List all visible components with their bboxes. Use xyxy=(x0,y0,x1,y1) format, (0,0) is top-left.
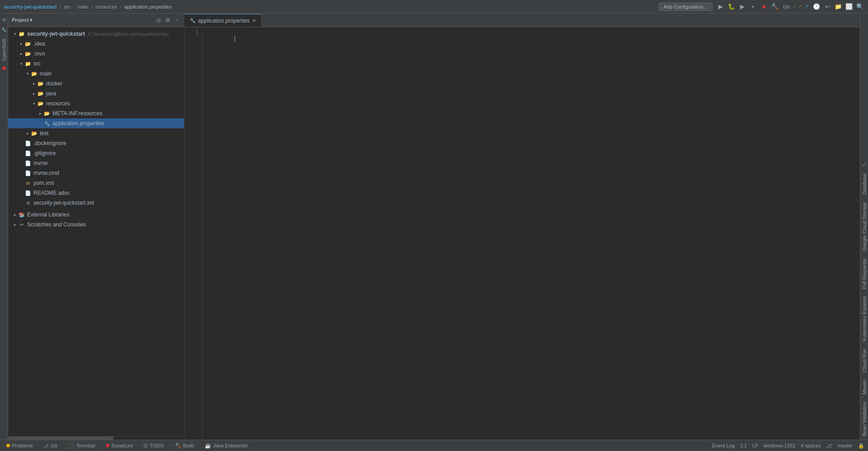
line-ending-label[interactable]: LF xyxy=(752,443,758,448)
position-label: 1:1 xyxy=(740,443,747,448)
code-editor[interactable] xyxy=(203,27,860,440)
tree-item-external-libraries[interactable]: 📚 External Libraries xyxy=(8,210,184,220)
tree-item-java[interactable]: 📂 java xyxy=(8,89,184,99)
build-icon[interactable]: 🔨 xyxy=(770,2,779,11)
tree-item-iml[interactable]: ⚙ security-jwt-quickstart.iml xyxy=(8,198,184,208)
dockerignore-label: .dockerignore xyxy=(33,140,66,146)
panel-scrollbar[interactable] xyxy=(8,436,184,440)
tab-git[interactable]: ⎇ Git xyxy=(41,440,60,451)
tree-item-main[interactable]: 📂 main xyxy=(8,69,184,79)
openshift-status-dot xyxy=(2,66,6,70)
breadcrumb-main[interactable]: main xyxy=(77,4,88,9)
charset-label[interactable]: windows-1252 xyxy=(764,443,795,448)
src-folder-icon: 📁 xyxy=(24,60,32,67)
problems-label: Problems xyxy=(12,443,33,448)
coverage-icon[interactable]: ▶ xyxy=(738,2,747,11)
tree-item-mvnw-cmd[interactable]: 📄 mvnw.cmd xyxy=(8,168,184,178)
stop-icon[interactable]: ■ xyxy=(760,2,769,11)
editor-content: 1 xyxy=(184,27,860,440)
resources-label: resources xyxy=(46,100,70,107)
app-props-label: application.properties xyxy=(52,120,104,127)
iml-label: security-jwt-quickstart.iml xyxy=(33,200,94,206)
files-icon[interactable]: 📁 xyxy=(834,2,843,11)
tree-item-pom[interactable]: m pom.xml xyxy=(8,178,184,188)
left-icon-1[interactable]: ⚙ xyxy=(0,15,9,24)
resources-arrow xyxy=(31,100,37,107)
tree-item-resources[interactable]: 📂 resources xyxy=(8,99,184,108)
tree-item-mvnw[interactable]: 📄 mvnw xyxy=(8,158,184,168)
mvn-arrow xyxy=(18,51,24,57)
tab-build[interactable]: 🔨 Build xyxy=(172,440,197,451)
tab-todo[interactable]: ☑ TODO xyxy=(141,440,167,451)
tab-java-enterprise[interactable]: ☕ Java Enterprise xyxy=(202,440,250,451)
panel-close-icon[interactable]: − xyxy=(173,17,180,24)
docker-label: docker xyxy=(46,80,62,87)
undo-icon[interactable]: ↩ xyxy=(823,2,832,11)
breadcrumb-file[interactable]: application.properties xyxy=(124,4,172,9)
event-log-label[interactable]: Event Log xyxy=(712,443,735,448)
branch-label[interactable]: master xyxy=(837,443,853,448)
tab-terminal[interactable]: ⬛ Terminal xyxy=(66,440,98,451)
java-enterprise-label: Java Enterprise xyxy=(213,443,247,448)
tree-item-mvn[interactable]: 📂 .mvn xyxy=(8,49,184,59)
tree-item-idea[interactable]: 📂 .idea xyxy=(8,39,184,49)
panel-scrollbar-thumb[interactable] xyxy=(8,437,113,440)
tab-problems[interactable]: Problems xyxy=(4,440,35,451)
tree-item-scratches[interactable]: ✏ Scratches and Consoles xyxy=(8,220,184,230)
tree-item-test[interactable]: 📂 test xyxy=(8,128,184,138)
tab-close-button[interactable]: ✕ xyxy=(252,18,256,23)
todo-label: TODO xyxy=(150,443,164,448)
history-icon[interactable]: 🕐 xyxy=(812,2,821,11)
search-everywhere-icon[interactable]: 🔍 xyxy=(855,2,864,11)
java-folder-icon: 📂 xyxy=(37,90,44,97)
tree-item-docker[interactable]: 📂 docker xyxy=(8,79,184,89)
iml-arrow xyxy=(18,200,24,206)
sidebar-google-cloud-label[interactable]: Google Cloud Storage xyxy=(861,198,868,255)
tab-sonarlint[interactable]: SonarLint xyxy=(103,440,135,451)
sidebar-maven-label[interactable]: Maven xyxy=(861,376,868,398)
run-icon[interactable]: ▶ xyxy=(716,2,725,11)
git-label: Git: xyxy=(783,4,791,9)
lock-icon: 🔒 xyxy=(858,443,864,449)
gitignore-icon: 📄 xyxy=(24,150,32,157)
sidebar-database-label[interactable]: Database xyxy=(861,170,868,198)
layout-icon[interactable]: ⬜ xyxy=(844,2,854,11)
meta-inf-arrow xyxy=(37,110,43,117)
run-dropdown-icon[interactable]: ▾ xyxy=(749,2,758,11)
project-tree[interactable]: 📁 security-jwt-quickstart C:\work\src\gi… xyxy=(8,27,184,436)
main-folder-icon: 📂 xyxy=(31,70,38,77)
project-dropdown-icon[interactable]: ▾ xyxy=(30,17,33,23)
breadcrumb-resources[interactable]: resources xyxy=(95,4,117,9)
build-label: Build xyxy=(183,443,194,448)
build-icon: 🔨 xyxy=(175,443,181,449)
debug-icon[interactable]: 🐛 xyxy=(727,2,736,11)
indent-label[interactable]: 4 spaces xyxy=(801,443,821,448)
sidebar-openshift-label[interactable]: OpenShift xyxy=(0,35,8,65)
tree-item-dockerignore[interactable]: 📄 .dockerignore xyxy=(8,138,184,148)
test-label: test xyxy=(40,130,48,136)
sidebar-kubernetes-label[interactable]: Kubernetes Explorer xyxy=(861,292,868,345)
breadcrumb-src[interactable]: src xyxy=(64,4,71,9)
misc-toolbar: 🕐 ↩ 📁 ⬜ 🔍 xyxy=(812,2,864,11)
tree-item-gitignore[interactable]: 📄 .gitignore xyxy=(8,148,184,158)
tree-item-app-properties[interactable]: 🔧 application.properties xyxy=(8,118,184,128)
panel-sync-icon[interactable]: ⊙ xyxy=(155,17,162,24)
tree-item-readme[interactable]: 📄 README.adoc xyxy=(8,188,184,198)
breadcrumb-project[interactable]: security-jwt-quickstart xyxy=(4,4,57,9)
sidebar-pull-requests-label[interactable]: Pull Requests xyxy=(861,255,868,293)
app-props-icon: 🔧 xyxy=(43,120,51,127)
tree-item-src[interactable]: 📁 src xyxy=(8,59,184,69)
sidebar-cloud-run-label[interactable]: Cloud Run xyxy=(861,345,868,376)
bottom-bar: Problems ⎇ Git ⬛ Terminal SonarLint ☑ TO… xyxy=(0,440,868,451)
tree-item-meta-inf[interactable]: 📂 META-INF.resources xyxy=(8,108,184,118)
add-configuration-button[interactable]: Add Configuration... xyxy=(659,3,712,11)
terminal-icon: ⬛ xyxy=(68,443,75,449)
tree-item-root[interactable]: 📁 security-jwt-quickstart C:\work\src\gi… xyxy=(8,29,184,39)
mvnw-cmd-arrow xyxy=(18,170,24,176)
sidebar-bean-validation-label[interactable]: Bean Validation xyxy=(861,398,868,440)
panel-settings-icon[interactable]: ⚙ xyxy=(164,17,171,24)
meta-inf-folder-icon: 📂 xyxy=(43,110,51,117)
gitignore-label: .gitignore xyxy=(33,150,56,156)
left-icon-2[interactable]: 🔧 xyxy=(0,25,9,34)
editor-tab-app-properties[interactable]: 🔧 application.properties ✕ xyxy=(184,14,262,27)
